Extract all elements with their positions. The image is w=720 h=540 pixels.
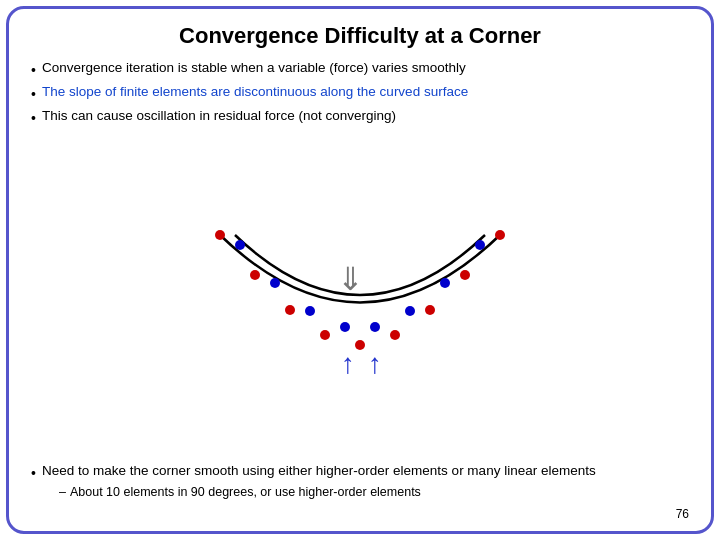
- svg-point-2: [285, 305, 295, 315]
- svg-point-10: [270, 278, 280, 288]
- bullet-2: • The slope of finite elements are disco…: [31, 83, 689, 104]
- bottom-bullets: • Need to make the corner smooth using e…: [31, 462, 689, 499]
- svg-point-4: [355, 340, 365, 350]
- svg-point-9: [235, 240, 245, 250]
- bullet-text-1: Convergence iteration is stable when a v…: [42, 59, 466, 77]
- convergence-diagram: ⇓ ↑ ↑: [200, 215, 520, 375]
- svg-point-3: [320, 330, 330, 340]
- bullet-1: • Convergence iteration is stable when a…: [31, 59, 689, 80]
- page-number: 76: [31, 507, 689, 521]
- slide-title: Convergence Difficulty at a Corner: [31, 23, 689, 49]
- svg-point-14: [405, 306, 415, 316]
- svg-point-6: [425, 305, 435, 315]
- svg-point-11: [305, 306, 315, 316]
- bullet-dot-1: •: [31, 61, 36, 80]
- svg-point-16: [475, 240, 485, 250]
- svg-point-12: [340, 322, 350, 332]
- bullet-dot-3: •: [31, 109, 36, 128]
- svg-point-0: [215, 230, 225, 240]
- svg-point-7: [460, 270, 470, 280]
- bullet-4: • Need to make the corner smooth using e…: [31, 462, 689, 483]
- top-bullets: • Convergence iteration is stable when a…: [31, 59, 689, 128]
- svg-text:↑: ↑: [368, 348, 382, 375]
- bullet-text-3: This can cause oscillation in residual f…: [42, 107, 396, 125]
- svg-text:⇓: ⇓: [337, 261, 364, 297]
- svg-point-5: [390, 330, 400, 340]
- svg-point-15: [440, 278, 450, 288]
- sub-dash: –: [59, 485, 66, 499]
- svg-text:↑: ↑: [341, 348, 355, 375]
- bullet-text-2: The slope of finite elements are discont…: [42, 83, 468, 101]
- sub-bullet-text-1: About 10 elements in 90 degrees, or use …: [70, 485, 421, 499]
- diagram-area: ⇓ ↑ ↑: [31, 134, 689, 456]
- svg-point-13: [370, 322, 380, 332]
- sub-bullet-1: – About 10 elements in 90 degrees, or us…: [59, 485, 689, 499]
- slide: Convergence Difficulty at a Corner • Con…: [6, 6, 714, 534]
- bullet-text-4: Need to make the corner smooth using eit…: [42, 462, 596, 480]
- svg-point-8: [495, 230, 505, 240]
- bullet-dot-2: •: [31, 85, 36, 104]
- svg-point-1: [250, 270, 260, 280]
- bullet-dot-4: •: [31, 464, 36, 483]
- bullet-3: • This can cause oscillation in residual…: [31, 107, 689, 128]
